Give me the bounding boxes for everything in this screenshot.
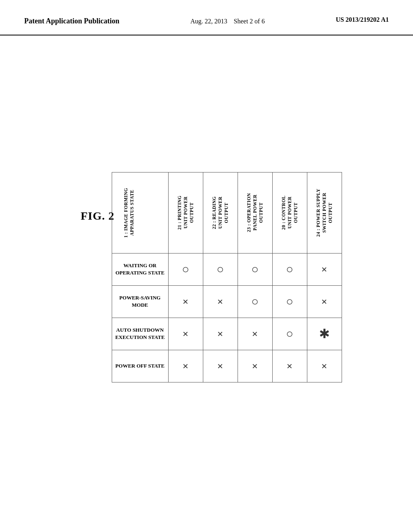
cross-icon: × bbox=[321, 360, 327, 372]
row-1-col-24: ○ bbox=[272, 285, 307, 318]
cross-icon: × bbox=[183, 328, 189, 340]
row-state-3: POWER OFF STATE bbox=[112, 350, 168, 382]
figure-label: FIG. 2 bbox=[81, 210, 115, 222]
row-0-col-22: ○ bbox=[203, 253, 238, 285]
table-row: POWER-SAVING MODE × × ○ ○ × bbox=[112, 285, 342, 318]
table-header-row: 1 : IMAGE FORMING APPARATUS STATE 21 : P… bbox=[112, 172, 342, 253]
row-3-col-21: × bbox=[168, 350, 203, 382]
row-0-col-23: ○ bbox=[238, 253, 272, 285]
row-0-col-24: ○ bbox=[272, 253, 307, 285]
circle-icon: ○ bbox=[251, 295, 259, 308]
col-header-label-4: 20 : CONTROL UNIT POWER OUTPUT bbox=[279, 192, 300, 233]
publication-title: Patent Application Publication bbox=[24, 16, 119, 26]
publication-date-sheet: Aug. 22, 2013 Sheet 2 of 6 bbox=[190, 16, 265, 27]
table-wrapper: 1 : IMAGE FORMING APPARATUS STATE 21 : P… bbox=[112, 172, 342, 382]
col-header-label-1: 21 : PRINTING UNIT POWER OUTPUT bbox=[175, 192, 196, 233]
cross-icon: × bbox=[321, 296, 327, 308]
row-3-col-24: × bbox=[272, 350, 307, 382]
col-header-3: 23 : OPERATION PANEL POWER OUTPUT bbox=[238, 172, 272, 253]
circle-icon: ○ bbox=[182, 262, 189, 276]
row-1-col-25: × bbox=[307, 285, 342, 318]
row-0-col-21: ○ bbox=[168, 253, 203, 285]
cross-icon: × bbox=[217, 360, 223, 372]
main-content: 1 : IMAGE FORMING APPARATUS STATE 21 : P… bbox=[0, 35, 413, 519]
col-header-label-0: 1 : IMAGE FORMING APPARATUS STATE bbox=[121, 185, 137, 241]
col-header-0: 1 : IMAGE FORMING APPARATUS STATE bbox=[112, 172, 168, 253]
row-2-col-22: × bbox=[203, 318, 238, 350]
circle-icon: ○ bbox=[217, 262, 224, 276]
table-row: POWER OFF STATE × × × × × bbox=[112, 350, 342, 382]
row-state-0: WAITING OROPERATING STATE bbox=[112, 253, 168, 285]
cross-icon: × bbox=[183, 296, 189, 308]
cross-icon: × bbox=[183, 360, 189, 372]
sheet-number: Sheet 2 of 6 bbox=[234, 18, 265, 25]
row-1-col-22: × bbox=[203, 285, 238, 318]
col-header-label-5: 24 : POWER SUPPLY SWITCH POWER OUTPUT bbox=[314, 185, 335, 240]
row-3-col-25: × bbox=[307, 350, 342, 382]
cross-icon: × bbox=[217, 296, 223, 308]
row-state-1: POWER-SAVING MODE bbox=[112, 285, 168, 318]
page-header: Patent Application Publication Aug. 22, … bbox=[0, 0, 413, 35]
row-2-col-25: ✱ bbox=[307, 318, 342, 350]
publication-date: Aug. 22, 2013 bbox=[190, 18, 227, 25]
row-2-col-23: × bbox=[238, 318, 272, 350]
col-header-2: 22 : READING UNIT POWER OUTPUT bbox=[203, 172, 238, 253]
row-1-col-21: × bbox=[168, 285, 203, 318]
col-header-label-3: 23 : OPERATION PANEL POWER OUTPUT bbox=[244, 190, 266, 235]
cross-icon: × bbox=[287, 360, 293, 372]
col-header-4: 20 : CONTROL UNIT POWER OUTPUT bbox=[272, 172, 307, 253]
row-0-col-25: × bbox=[307, 253, 342, 285]
circle-icon: ○ bbox=[251, 262, 259, 276]
star-icon: ✱ bbox=[319, 326, 330, 341]
row-3-col-23: × bbox=[238, 350, 272, 382]
row-state-2: AUTO SHUTDOWNEXECUTION STATE bbox=[112, 318, 168, 350]
cross-icon: × bbox=[252, 360, 258, 372]
circle-icon: ○ bbox=[286, 262, 293, 276]
circle-icon: ○ bbox=[286, 295, 293, 308]
circle-icon: ○ bbox=[286, 327, 293, 340]
row-1-col-23: ○ bbox=[238, 285, 272, 318]
table-row: WAITING OROPERATING STATE ○ ○ ○ ○ × bbox=[112, 253, 342, 285]
cross-icon: × bbox=[217, 328, 223, 340]
col-header-label-2: 22 : READING UNIT POWER OUTPUT bbox=[210, 193, 231, 232]
col-header-1: 21 : PRINTING UNIT POWER OUTPUT bbox=[168, 172, 203, 253]
state-table: 1 : IMAGE FORMING APPARATUS STATE 21 : P… bbox=[112, 172, 342, 382]
col-header-5: 24 : POWER SUPPLY SWITCH POWER OUTPUT bbox=[307, 172, 342, 253]
patent-number: US 2013/219202 A1 bbox=[336, 16, 389, 23]
row-3-col-22: × bbox=[203, 350, 238, 382]
table-row: AUTO SHUTDOWNEXECUTION STATE × × × ○ ✱ bbox=[112, 318, 342, 350]
row-2-col-24: ○ bbox=[272, 318, 307, 350]
row-2-col-21: × bbox=[168, 318, 203, 350]
cross-icon: × bbox=[252, 328, 258, 340]
cross-icon: × bbox=[321, 264, 327, 275]
